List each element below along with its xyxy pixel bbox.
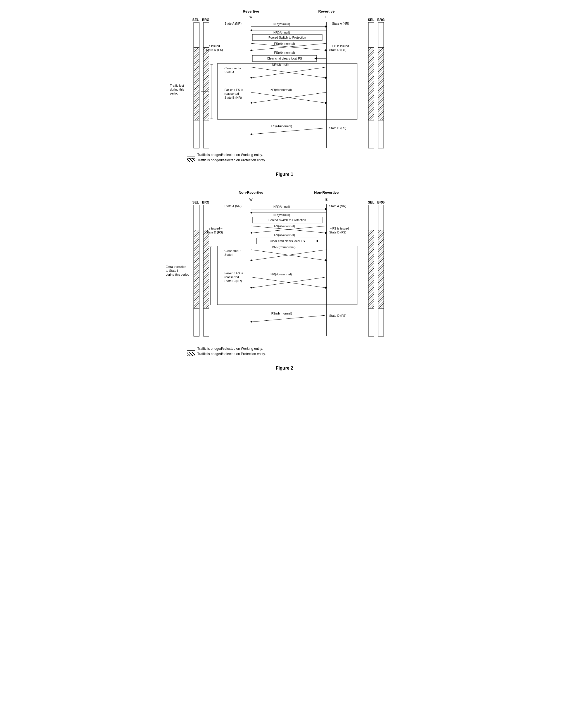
fig2-dnr-diag-we-head: [325, 259, 327, 261]
fig2-brg-white-bottom-left: [204, 308, 209, 336]
brg-white-top-right: [378, 22, 384, 48]
fig2-dnr-reply-ew-head: [250, 259, 253, 261]
fig2-state-a-left: State A (NR): [225, 204, 242, 208]
nr-normal-diag-we: [251, 92, 325, 103]
state-d-right-bottom: State D (FS): [329, 126, 346, 130]
legend-item-2: Traffic is bridged/selected on Protectio…: [187, 158, 266, 162]
far-end-label2: reasserted: [225, 92, 239, 95]
fig2-fs-bottom-ew: [253, 315, 325, 322]
fig2-header-left: Non-Revertive: [239, 190, 263, 195]
fig2-brg-hatch-left: [204, 230, 209, 308]
fig2-nr-label-ew: NR(r/b=null): [273, 213, 290, 217]
state-a-after-clear: State A: [225, 70, 235, 74]
w-label: W: [249, 15, 253, 19]
fig2-w-label: W: [249, 198, 253, 202]
nr-normal-label: NR(r/b=normal): [271, 88, 292, 91]
brg-label-right: BRG: [377, 18, 385, 22]
legend-white-icon: [187, 153, 195, 157]
figure2-legend: Traffic is bridged/selected on Working e…: [187, 347, 266, 356]
figure1-title: Figure 1: [164, 172, 405, 177]
fig2-dnr-label: DNR(r/b=normal): [272, 245, 295, 249]
traffic-lost-label3: period: [170, 92, 179, 95]
fs-diag-ew-head: [250, 49, 253, 51]
legend-text-1: Traffic is bridged/selected on Working e…: [197, 153, 263, 157]
figure2-svg: Non-Revertive Non-Revertive W E SEL BRG …: [164, 188, 405, 361]
fig2-dnr-reply-ew: [253, 250, 326, 260]
fig2-state-d-right-bottom: State D (FS): [329, 314, 346, 317]
fig2-legend-white-icon: [187, 347, 195, 351]
fig2-sel-white-bottom-left: [194, 308, 199, 336]
sel-hatch-right: [368, 48, 374, 120]
brg-white-bottom-right: [378, 120, 384, 148]
fig2-legend-text-1: Traffic is bridged/selected on Working e…: [197, 347, 263, 351]
legend-hatch-icon: [187, 158, 195, 162]
fig2-nr-normal-label: NR(r/b=normal): [271, 273, 292, 276]
fig2-brg-label-right: BRG: [377, 200, 385, 204]
state-a-left: State A (NR): [225, 22, 242, 25]
nr-normal-reply-ew: [253, 92, 326, 103]
nr-normal-reply-ew-head: [250, 102, 253, 104]
fig2-state-i: State I: [225, 253, 233, 256]
brg-hatch-left: [204, 48, 209, 120]
sel-white-top-right: [368, 22, 374, 48]
fig2-brg-hatch-right: [378, 230, 384, 308]
sel-label-left: SEL: [192, 18, 199, 22]
fig2-extra-label2: to State I: [166, 269, 178, 272]
sel-white-bottom-right: [368, 120, 374, 148]
fs-diag-we-head: [325, 49, 327, 51]
fig2-sel-label-left: SEL: [192, 200, 199, 204]
fig2-clear-cmd-label: Clear cmd clears local FS: [270, 239, 304, 243]
sel-white-top-left: [194, 22, 199, 48]
figure2-container: Non-Revertive Non-Revertive W E SEL BRG …: [164, 188, 405, 371]
fig2-fs-bottom-ew-head: [250, 321, 253, 323]
fs-label-we: FS(r/b=normal): [274, 42, 295, 45]
state-a-right: State A (NR): [332, 22, 349, 25]
nr-null-label: NR(r/b=null): [272, 63, 289, 66]
fig2-state-a-right: State A (NR): [329, 204, 346, 208]
figure1-legend: Traffic is bridged/selected on Working e…: [187, 153, 266, 162]
nr-reply-ew-head: [250, 77, 253, 79]
nr-reply-ew: [253, 67, 326, 78]
figure1-diagram: Revertive Revertive W E SEL BRG SEL BRG …: [164, 6, 405, 168]
sel-hatch-left: [194, 48, 199, 120]
forced-switch-label: Forced Switch to Protection: [269, 36, 306, 39]
fig2-nr-label-we: NR(r/b=null): [273, 205, 290, 208]
fig2-legend-hatch-icon: [187, 352, 195, 356]
fs-label-ew: FS(r/b=normal): [274, 51, 295, 54]
fig2-nr-arrowhead-we: [325, 208, 327, 210]
fig2-far-end-label2: reasserted: [225, 275, 239, 279]
fig2-legend-item-2: Traffic is bridged/selected on Protectio…: [187, 352, 266, 356]
fig2-fs-diag-ew-head: [250, 232, 253, 234]
fig2-brg-label-left: BRG: [202, 200, 210, 204]
fig2-nr-normal-reply-ew: [253, 277, 326, 288]
nr-normal-diag-we-head: [325, 102, 327, 104]
figure2-title: Figure 2: [164, 366, 405, 371]
header-right: Revertive: [318, 9, 335, 13]
fig2-forced-switch-label: Forced Switch to Protection: [269, 218, 306, 222]
fig2-brg-white-bottom-right: [378, 308, 384, 336]
fig2-far-end-label1: Far-end FS is: [225, 271, 243, 275]
figure1-container: Revertive Revertive W E SEL BRG SEL BRG …: [164, 6, 405, 177]
brg-white-bottom-left: [204, 120, 209, 148]
fig2-sel-white-bottom-right: [368, 308, 374, 336]
fig2-far-end-state-b: State B (NR): [225, 279, 242, 283]
fig2-dnr-diag-we: [251, 250, 325, 260]
e-label: E: [325, 15, 327, 19]
fig2-nr-normal-diag-we-head: [325, 287, 327, 289]
nr-label-we: NR(r/b=null): [273, 22, 290, 26]
figure1-svg: Revertive Revertive W E SEL BRG SEL BRG …: [164, 6, 405, 168]
fs-issued-right: ←FS is issued: [329, 44, 349, 48]
fig2-fs-label-we: FS(r/b=normal): [274, 224, 295, 228]
sel-label-right: SEL: [368, 18, 374, 22]
traffic-lost-label2: during this: [170, 88, 184, 91]
fig2-sel-white-top-left: [194, 205, 199, 230]
clear-cmd-label: Clear cmd clears local FS: [267, 57, 302, 60]
fig2-legend-item-1: Traffic is bridged/selected on Working e…: [187, 347, 266, 351]
fig2-e-label: E: [325, 198, 327, 202]
brg-white-top-left: [204, 22, 209, 48]
legend-text-2: Traffic is bridged/selected on Protectio…: [197, 158, 266, 162]
sel-white-bottom-left: [194, 120, 199, 148]
fig2-header-right: Non-Revertive: [314, 190, 339, 195]
fig2-fs-issued-right: ←FS is issued: [329, 227, 349, 230]
fig2-legend-text-2: Traffic is bridged/selected on Protectio…: [197, 352, 266, 356]
